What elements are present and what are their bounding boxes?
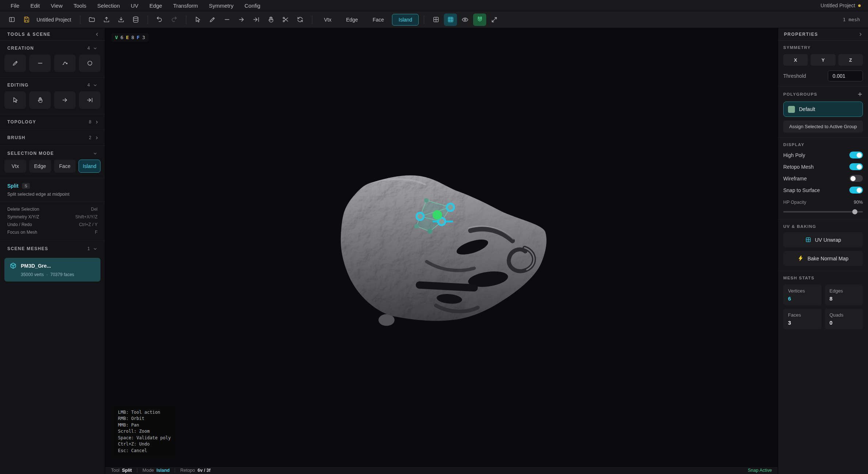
grid-toggle-button[interactable]	[429, 14, 442, 26]
menu-file[interactable]: File	[5, 0, 25, 11]
selmode-edge-button[interactable]: Edge	[29, 160, 51, 173]
retopo-vertex[interactable]	[427, 229, 433, 234]
slider-track[interactable]	[783, 211, 863, 213]
retopo-grid-button[interactable]	[444, 14, 457, 26]
polygroups-section: POLYGROUPS Default Assign Selected to Ac…	[778, 87, 868, 138]
mode-edge-button[interactable]: Edge	[339, 14, 365, 26]
selmode-face-button[interactable]: Face	[54, 160, 76, 173]
save-button[interactable]	[20, 14, 33, 26]
topology-section-header[interactable]: TOPOLOGY 8	[0, 114, 105, 130]
open-file-button[interactable]	[85, 14, 99, 26]
menu-uv[interactable]: UV	[125, 0, 144, 11]
menu-edge[interactable]: Edge	[144, 0, 168, 11]
symmetry-z-button[interactable]: Z	[838, 54, 863, 66]
create-loop-tool-button[interactable]	[79, 54, 100, 72]
slider-knob[interactable]	[852, 209, 857, 214]
select-tool-button[interactable]	[191, 14, 205, 26]
retopo-vertex-selected[interactable]	[447, 204, 454, 211]
collapse-properties-button[interactable]	[858, 32, 863, 37]
extend-to-target-button[interactable]	[250, 14, 263, 26]
grab-tool-button[interactable]	[264, 14, 278, 26]
retopo-vertex-selected[interactable]	[416, 213, 424, 220]
line-tool-button[interactable]	[221, 14, 234, 26]
scene-data-button[interactable]	[129, 14, 142, 26]
brush-section-header[interactable]: BRUSH 2	[0, 130, 105, 146]
unsaved-indicator-dot	[858, 4, 861, 7]
slide-to-edge-tool-button[interactable]	[79, 91, 100, 109]
relax-tool-button[interactable]	[294, 14, 307, 26]
face-count-value: 3	[142, 35, 145, 40]
mode-island-button[interactable]: Island	[392, 14, 419, 26]
high-poly-toggle[interactable]	[849, 152, 863, 158]
create-curve-tool-button[interactable]	[54, 54, 76, 72]
cut-tool-button[interactable]	[279, 14, 292, 26]
menu-symmetry[interactable]: Symmetry	[203, 0, 239, 11]
polygroup-item-default[interactable]: Default	[783, 102, 863, 117]
creation-section-header[interactable]: CREATION 4	[4, 45, 100, 54]
collapse-panel-button[interactable]	[95, 32, 100, 37]
shortcut-label: Symmetry X/Y/Z	[7, 213, 39, 221]
editing-section-header[interactable]: EDITING 4	[4, 82, 100, 91]
menu-tools[interactable]: Tools	[68, 0, 92, 11]
topology-count: 8	[89, 119, 91, 125]
scene-mesh-item[interactable]: PM3D_Gre... 35000 verts · 70379 faces	[4, 258, 100, 282]
grid-2x2-icon	[433, 16, 439, 23]
mode-vtx-button[interactable]: Vtx	[317, 14, 338, 26]
uv-unwrap-button[interactable]: UV Unwrap	[783, 232, 863, 247]
retopo-mesh-toggle[interactable]	[849, 163, 863, 170]
retopo-vertex[interactable]	[414, 224, 419, 229]
mesh-count-label: 1 mesh	[843, 17, 863, 22]
create-edge-tool-button[interactable]	[29, 54, 51, 72]
mesh-stat-separator: ·	[46, 272, 48, 277]
upload-icon	[103, 16, 110, 23]
redo-button[interactable]	[168, 14, 181, 26]
assign-to-group-button[interactable]: Assign Selected to Active Group	[783, 121, 863, 133]
menu-transform[interactable]: Transform	[168, 0, 203, 11]
threshold-input[interactable]	[828, 70, 863, 81]
symmetry-y-button[interactable]: Y	[811, 54, 835, 66]
stat-name: Quads	[830, 312, 859, 318]
slide-tool-button[interactable]	[54, 91, 76, 109]
viewport-3d[interactable]: V 6 E 8 F 3 LMB: Tool action RMB: Orbit …	[105, 28, 778, 466]
bake-normal-map-button[interactable]: Bake Normal Map	[783, 251, 863, 266]
selmode-island-button[interactable]: Island	[79, 160, 100, 173]
draw-tool-button[interactable]	[206, 14, 219, 26]
visibility-button[interactable]	[458, 14, 472, 26]
toggle-panel-button[interactable]	[5, 14, 18, 26]
creation-count: 4	[87, 46, 90, 51]
symmetry-x-button[interactable]: X	[783, 54, 808, 66]
polygroup-color-swatch	[788, 106, 795, 113]
menu-selection[interactable]: Selection	[92, 0, 125, 11]
grab-edit-tool-button[interactable]	[29, 91, 51, 109]
menu-view[interactable]: View	[45, 0, 68, 11]
left-panel-title: TOOLS & SCENE	[7, 32, 51, 37]
retopo-vertex[interactable]	[424, 198, 429, 203]
selection-mode-header[interactable]: SELECTION MODE	[4, 150, 100, 160]
undo-button[interactable]	[153, 14, 166, 26]
uv-grid-icon	[805, 237, 811, 243]
create-vertex-tool-button[interactable]	[4, 54, 26, 72]
selmode-vtx-button[interactable]: Vtx	[4, 160, 26, 173]
help-line: Ctrl+Z: Undo	[118, 441, 171, 448]
menu-edit[interactable]: Edit	[25, 0, 45, 11]
editing-label: EDITING	[7, 83, 28, 88]
uv-unwrap-label: UV Unwrap	[815, 237, 841, 243]
download-icon	[118, 16, 125, 23]
fullscreen-button[interactable]	[488, 14, 501, 26]
menu-config[interactable]: Config	[239, 0, 266, 11]
add-polygroup-button[interactable]	[857, 91, 863, 97]
import-button[interactable]	[100, 14, 113, 26]
mode-face-button[interactable]: Face	[366, 14, 391, 26]
select-edit-tool-button[interactable]	[4, 91, 26, 109]
hp-opacity-slider[interactable]	[783, 209, 863, 214]
snap-to-surface-toggle[interactable]	[849, 187, 863, 194]
wireframe-toggle[interactable]	[849, 175, 863, 182]
help-line: MMB: Pan	[118, 422, 171, 429]
extend-tool-button[interactable]	[235, 14, 248, 26]
scene-meshes-header[interactable]: SCENE MESHES 1	[0, 245, 105, 254]
viewport-canvas[interactable]	[105, 28, 778, 466]
stat-name: Edges	[830, 288, 859, 294]
export-button[interactable]	[115, 14, 128, 26]
expand-icon	[491, 16, 498, 23]
snap-toggle-button[interactable]	[473, 14, 486, 26]
